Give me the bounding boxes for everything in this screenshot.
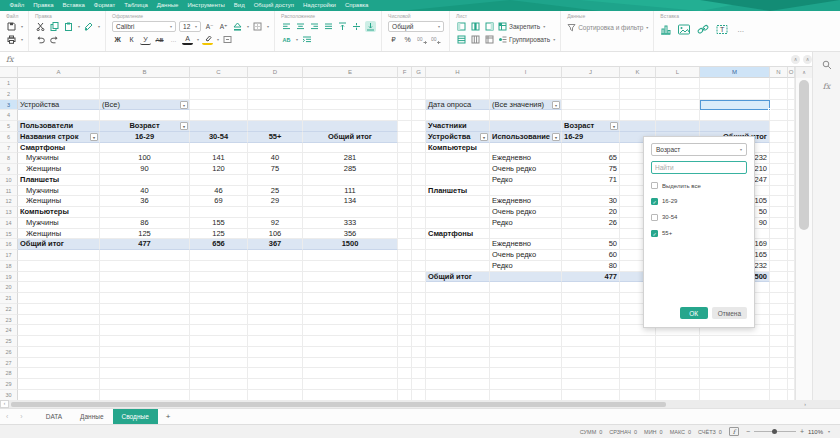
cell-D6[interactable]: 55+ (248, 132, 303, 143)
cell-I14[interactable]: Редко (490, 218, 562, 229)
cell-F24[interactable] (398, 325, 412, 336)
cell-I29[interactable] (490, 379, 562, 390)
cell-N28[interactable] (770, 368, 788, 379)
cell-E22[interactable] (303, 304, 398, 315)
cell-N6[interactable] (770, 132, 788, 143)
decrease-decimal-icon[interactable]: 00 (416, 34, 427, 45)
cell-L30[interactable] (656, 390, 700, 400)
insert-textbox-icon[interactable]: T (716, 24, 728, 35)
cell-L26[interactable] (656, 347, 700, 358)
cell-H4[interactable] (426, 110, 490, 121)
row-header-22[interactable]: 22 (0, 304, 18, 315)
cell-A12[interactable]: Женщины (18, 196, 100, 207)
cell-F21[interactable] (398, 293, 412, 304)
cell-M29[interactable] (700, 379, 770, 390)
cell-H2[interactable] (426, 89, 490, 100)
cell-J21[interactable] (562, 293, 620, 304)
cell-E5[interactable] (303, 121, 398, 132)
cell-B23[interactable] (100, 315, 190, 326)
cell-H6[interactable]: Устройства▾ (426, 132, 490, 143)
cell-K4[interactable] (620, 110, 656, 121)
cell-F29[interactable] (398, 379, 412, 390)
format-painter-icon[interactable] (83, 21, 94, 32)
row-header-17[interactable]: 17 (0, 250, 18, 261)
cell-N19[interactable] (770, 272, 788, 283)
scroll-up-icon[interactable]: ∧ (796, 67, 812, 78)
cell-F30[interactable] (398, 390, 412, 400)
cell-J17[interactable]: 60 (562, 250, 620, 261)
cell-B30[interactable] (100, 390, 190, 400)
cell-G11[interactable] (412, 186, 426, 197)
cell-E17[interactable] (303, 250, 398, 261)
cell-B26[interactable] (100, 347, 190, 358)
cell-I11[interactable] (490, 186, 562, 197)
cell-A22[interactable] (18, 304, 100, 315)
cell-C13[interactable] (190, 207, 248, 218)
cell-M4[interactable] (700, 110, 770, 121)
cell-C22[interactable] (190, 304, 248, 315)
cell-N21[interactable] (770, 293, 788, 304)
cell-J6[interactable]: 16-29 (562, 132, 620, 143)
cell-A9[interactable]: Женщины (18, 164, 100, 175)
cell-B14[interactable]: 86 (100, 218, 190, 229)
cell-A6[interactable]: Названия строк▾ (18, 132, 100, 143)
cell-N27[interactable] (770, 358, 788, 369)
cell-I13[interactable]: Очень редко (490, 207, 562, 218)
print-icon[interactable] (6, 34, 17, 45)
cell-A25[interactable] (18, 336, 100, 347)
cell-N25[interactable] (770, 336, 788, 347)
wrap-text-caret[interactable]: ▾ (296, 37, 298, 42)
cell-D2[interactable] (248, 89, 303, 100)
cell-D7[interactable] (248, 143, 303, 154)
cell-D21[interactable] (248, 293, 303, 304)
currency-format-button[interactable]: ₽ (388, 34, 399, 45)
cell-A17[interactable] (18, 250, 100, 261)
cell-M30[interactable] (700, 390, 770, 400)
add-sheet-button[interactable]: + (158, 409, 179, 425)
cell-J28[interactable] (562, 368, 620, 379)
cell-D20[interactable] (248, 282, 303, 293)
cell-B22[interactable] (100, 304, 190, 315)
cell-G29[interactable] (412, 379, 426, 390)
cell-E30[interactable] (303, 390, 398, 400)
cut-icon[interactable] (35, 21, 46, 32)
column-header-A[interactable]: A (18, 67, 100, 78)
cell-C14[interactable]: 155 (190, 218, 248, 229)
cell-D10[interactable] (248, 175, 303, 186)
cell-F15[interactable] (398, 229, 412, 240)
cell-H21[interactable] (426, 293, 490, 304)
row-header-25[interactable]: 25 (0, 336, 18, 347)
cell-O9[interactable] (788, 164, 795, 175)
cell-J27[interactable] (562, 358, 620, 369)
insert-more-button[interactable]: … (735, 24, 746, 35)
cell-O19[interactable] (788, 272, 795, 283)
cell-G12[interactable] (412, 196, 426, 207)
cell-dropdown-icon[interactable]: ▾ (180, 101, 188, 109)
cell-D8[interactable]: 40 (248, 153, 303, 164)
filter-field-select[interactable]: Возраст▾ (651, 143, 747, 156)
cell-A16[interactable]: Общий итог (18, 239, 100, 250)
decrease-font-button[interactable]: A⁻ (204, 21, 215, 32)
cell-N7[interactable] (770, 143, 788, 154)
cell-K25[interactable] (620, 336, 656, 347)
cell-O10[interactable] (788, 175, 795, 186)
cell-I20[interactable] (490, 282, 562, 293)
cell-G9[interactable] (412, 164, 426, 175)
cell-F9[interactable] (398, 164, 412, 175)
cell-H23[interactable] (426, 315, 490, 326)
cell-O28[interactable] (788, 368, 795, 379)
cell-D19[interactable] (248, 272, 303, 283)
column-header-B[interactable]: B (100, 67, 190, 78)
cell-I1[interactable] (490, 78, 562, 89)
cell-A27[interactable] (18, 358, 100, 369)
cell-G10[interactable] (412, 175, 426, 186)
cell-I2[interactable] (490, 89, 562, 100)
cell-H19[interactable]: Общий итог (426, 272, 490, 283)
cell-L28[interactable] (656, 368, 700, 379)
cell-G15[interactable] (412, 229, 426, 240)
cell-L3[interactable] (656, 100, 700, 111)
row-header-20[interactable]: 20 (0, 282, 18, 293)
cell-B28[interactable] (100, 368, 190, 379)
cell-A21[interactable] (18, 293, 100, 304)
cell-N1[interactable] (770, 78, 788, 89)
